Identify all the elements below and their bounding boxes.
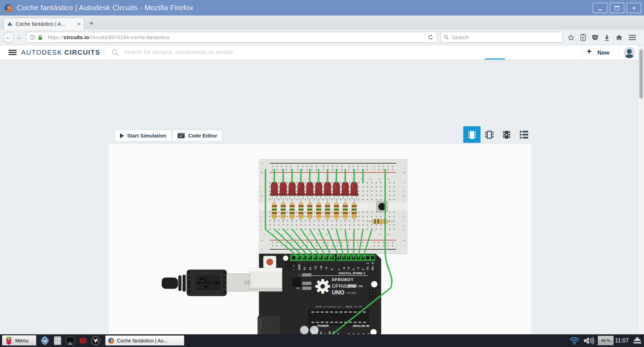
arduino-uno-board[interactable]: AREFGND1312~11~10~987~6~54~32TX→1RX←0DIG… <box>250 254 381 345</box>
pcb-view-icon <box>502 130 512 140</box>
app-menu-icon[interactable] <box>8 50 17 51</box>
page-scrollbar[interactable] <box>638 45 644 334</box>
circuit-canvas-panel[interactable]: −++++−1133557799111113131515171719192121… <box>108 144 532 347</box>
bookmarks-panel-icon[interactable] <box>579 34 587 41</box>
firefox-icon <box>108 337 115 344</box>
reload-icon[interactable] <box>428 34 434 40</box>
row-letter: g <box>260 195 263 197</box>
eject-icon[interactable] <box>633 337 641 343</box>
digital-pin-label: 13 <box>303 267 306 270</box>
digital-pin-label: ~9 <box>325 267 328 270</box>
breadboard-view-icon <box>467 130 477 140</box>
wolfram-launcher-icon[interactable] <box>90 336 101 346</box>
circuit-canvas[interactable]: −++++−1133557799111113131515171719192121… <box>109 144 531 347</box>
dfrobot-gear-icon <box>315 279 330 294</box>
back-button[interactable]: ← <box>3 32 14 43</box>
new-design-plus-icon[interactable]: + <box>587 47 591 56</box>
url-text: https://circuits.io/circuits/3976164-coc… <box>48 34 169 40</box>
mathematica-launcher-icon[interactable] <box>78 336 88 346</box>
components-list-view-tab[interactable] <box>515 126 532 143</box>
desktop-taskbar: Menu Coche fantástico | Au... <box>0 334 644 347</box>
pcb-view-tab[interactable] <box>498 126 515 143</box>
web-browser-launcher-icon[interactable] <box>40 336 50 346</box>
column-number: 29 <box>387 178 390 181</box>
start-simulation-button[interactable]: Start Simulation <box>115 130 172 141</box>
board-series: UNO <box>332 290 345 296</box>
svg-text:+: + <box>403 171 405 175</box>
pocket-icon[interactable] <box>591 34 599 41</box>
digital-pin-label: 2 <box>362 269 365 270</box>
volume-status-icon[interactable] <box>583 336 596 346</box>
minimize-button[interactable] <box>593 3 607 13</box>
svg-text:−: − <box>261 161 263 165</box>
usb-cable[interactable] <box>162 270 250 296</box>
new-design-button[interactable]: New <box>597 49 609 56</box>
column-number: 13 <box>317 233 319 236</box>
cpu-monitor[interactable]: 49 % <box>598 336 614 345</box>
code-editor-button[interactable]: </ Code Editor <box>172 130 222 141</box>
column-number: 5 <box>281 234 284 235</box>
raspberry-pi-icon <box>5 336 12 345</box>
digital-header-label: DIGITAL (PWM~) <box>339 271 365 275</box>
digital-pin-label: ~10 <box>320 266 323 270</box>
app-search-icon <box>112 49 119 56</box>
menu-label: Menu <box>15 337 29 343</box>
reset-button[interactable] <box>263 256 276 268</box>
active-nav-indicator <box>485 59 505 60</box>
browser-search-field[interactable] <box>440 32 563 43</box>
column-number: 9 <box>299 234 301 235</box>
url-bar[interactable]: https://circuits.io/circuits/3976164-coc… <box>26 32 437 43</box>
forward-button[interactable]: → <box>16 34 22 41</box>
file-manager-launcher-icon[interactable] <box>52 336 63 346</box>
digital-pin-label: RX←0 <box>371 262 374 270</box>
digital-pin-label: GND <box>298 264 301 270</box>
column-number: 25 <box>370 178 372 181</box>
start-menu-button[interactable]: Menu <box>2 335 36 346</box>
power-header-label: POWER <box>317 324 329 328</box>
user-avatar[interactable] <box>624 47 635 58</box>
row-letter: j <box>260 183 263 184</box>
board-led-label: L <box>299 273 300 276</box>
taskbar-clock[interactable]: 11:07 <box>615 334 633 347</box>
column-number: 27 <box>378 178 381 181</box>
digital-pin-label: 12 <box>309 267 312 270</box>
menu-hamburger-icon[interactable] <box>628 34 636 41</box>
maximize-button[interactable] <box>610 3 624 13</box>
browser-toolbar: ← → https://circuits.io/circuits/3976164… <box>0 30 644 45</box>
autodesk-favicon <box>7 21 13 27</box>
tab-close-icon[interactable]: × <box>77 21 80 27</box>
firefox-task-button[interactable]: Coche fantástico | Au... <box>105 335 184 346</box>
app-search-input[interactable] <box>123 48 308 56</box>
scrollbar-thumb[interactable] <box>639 49 643 99</box>
brand-logo[interactable]: AUTODESKCIRCUITS <box>21 49 100 56</box>
browser-tab[interactable]: Coche fantástico | A... × <box>4 18 84 30</box>
digital-pin-label: 7 <box>338 269 341 270</box>
svg-text:+: + <box>403 238 405 242</box>
close-button[interactable]: × <box>627 3 641 13</box>
board-revision: v3.0 [R3] <box>347 292 356 294</box>
downloads-icon[interactable] <box>603 34 611 41</box>
https-lock-icon[interactable] <box>38 35 43 40</box>
svg-text:+: + <box>261 238 263 242</box>
terminal-launcher-icon[interactable] <box>65 336 76 346</box>
browser-search-input[interactable] <box>451 34 551 41</box>
row-letter: h <box>402 191 405 193</box>
list-view-icon <box>519 130 529 139</box>
schematic-view-tab[interactable] <box>481 126 498 143</box>
page-info-icon[interactable] <box>30 35 35 40</box>
row-letter: f <box>402 200 405 201</box>
wifi-status-icon[interactable] <box>569 336 580 346</box>
mounting-hole <box>283 256 288 261</box>
new-tab-button[interactable]: + <box>87 19 96 28</box>
pushbutton[interactable] <box>376 201 388 212</box>
column-number: 7 <box>290 234 292 235</box>
board-led-label: RX <box>296 287 300 290</box>
page-content: −++++−1133557799111113131515171719192121… <box>0 60 644 334</box>
board-brand: DFROBOT <box>332 278 353 282</box>
digital-pin-label: 8 <box>330 269 334 270</box>
breadboard-view-tab[interactable] <box>463 126 481 143</box>
home-icon[interactable] <box>615 34 623 41</box>
code-icon: </ <box>177 133 185 139</box>
bookmark-star-icon[interactable] <box>567 34 575 41</box>
window-titlebar[interactable]: Coche fantástico | Autodesk Circuits - M… <box>0 0 644 16</box>
